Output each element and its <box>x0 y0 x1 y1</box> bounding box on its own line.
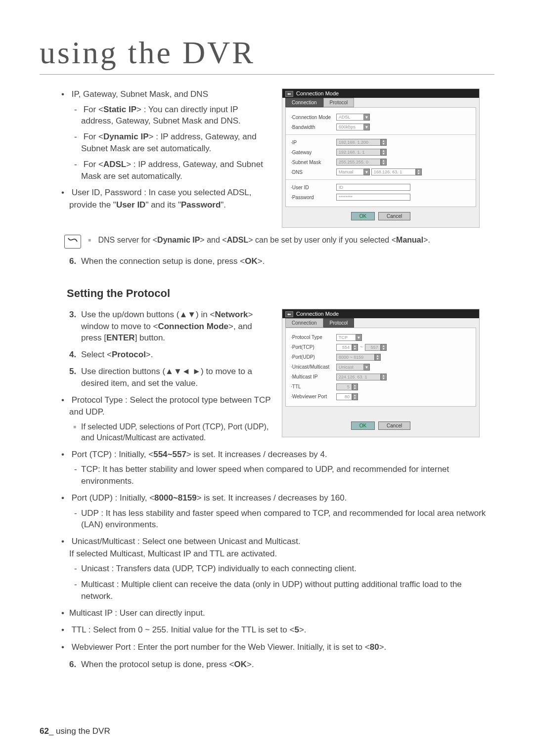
t: ] button. <box>135 333 165 342</box>
n: 4. <box>69 349 76 361</box>
label-connection-mode: Connection Mode <box>291 115 336 120</box>
label-port-udp: Port(UDP) <box>291 354 336 360</box>
spinner-icon[interactable]: ▴▾ <box>381 374 387 380</box>
chevron-down-icon: ▼ <box>356 334 362 341</box>
ip-field[interactable]: 192.168. 1.200 <box>336 139 381 146</box>
t: " and its " <box>145 200 181 210</box>
userid-field[interactable]: ID <box>336 184 410 191</box>
t: When the protocol setup is done, press < <box>81 660 234 669</box>
select-protocol-type[interactable]: TCP▼ <box>336 334 362 341</box>
label-protocol-type: Protocol Type <box>291 335 336 340</box>
t: Port (TCP) : Initially, < <box>72 450 153 459</box>
dns-ip-field[interactable]: 168.126. 63. 1 <box>371 168 416 175</box>
text: IP, Gateway, Subnet Mask, and DNS <box>72 89 208 99</box>
tab-protocol[interactable]: Protocol <box>323 98 355 107</box>
note-icon <box>64 235 81 249</box>
dialog-title: Connection Mode <box>282 89 479 98</box>
t: ENTER <box>106 333 135 342</box>
sub-adsl: For <ADSL> : IP address, Gateway, and Su… <box>81 159 272 182</box>
t: Protocol Type : Select the protocol type… <box>69 395 270 417</box>
step-6-connection: 6. When the connection setup is done, pr… <box>69 255 494 267</box>
tab-protocol[interactable]: Protocol <box>323 318 355 328</box>
port-tcp-from[interactable]: 554 <box>336 344 352 351</box>
label-subnet: Subnet Mask <box>291 160 336 165</box>
cancel-button[interactable]: Cancel <box>378 212 410 220</box>
ok-button[interactable]: OK <box>351 212 375 220</box>
t: >. <box>299 625 307 634</box>
bullet-port-udp: Port (UDP) : Initially, <8000~8159> is s… <box>69 492 494 531</box>
v: Manual <box>336 168 364 175</box>
t: >. <box>247 660 254 669</box>
port-udp-field[interactable]: 8000 ~ 8159 <box>336 354 375 361</box>
t: For < <box>84 105 103 114</box>
spinner-icon[interactable]: ▴▾ <box>381 149 387 156</box>
v: Unicast <box>336 364 364 371</box>
t: > and < <box>200 236 226 244</box>
spinner-icon[interactable]: ▴▾ <box>381 344 387 351</box>
footer-text: _ using the DVR <box>49 726 110 736</box>
step-5: 5. Use direction buttons (▲▼◄ ►) to move… <box>69 366 272 389</box>
label-userid: User ID <box>291 185 336 190</box>
t: Password <box>181 200 221 210</box>
page-footer: 62_ using the DVR <box>40 726 110 736</box>
chevron-down-icon: ▼ <box>364 124 370 130</box>
select-connection-mode[interactable]: ADSL▼ <box>336 114 370 121</box>
cancel-button[interactable]: Cancel <box>378 421 410 430</box>
chevron-down-icon: ▼ <box>364 114 370 121</box>
t: Port (UDP) : Initially, < <box>72 493 154 503</box>
spinner-icon[interactable]: ▴▾ <box>375 354 381 361</box>
spinner-icon[interactable]: ▴▾ <box>416 168 422 175</box>
v: 600kbps <box>336 124 364 130</box>
connection-mode-dialog-2: Connection Mode Connection Protocol Prot… <box>282 309 480 437</box>
ttl-field[interactable]: 5 <box>336 383 352 390</box>
webviewer-port-field[interactable]: 80 <box>336 393 352 400</box>
sub-udp-desc: UDP : It has less stability and faster s… <box>81 507 494 531</box>
v: ADSL <box>336 114 364 121</box>
t: OK <box>245 256 258 266</box>
bullet-multicast-ip: Multicast IP : User can directly input. <box>69 607 494 620</box>
spinner-icon[interactable]: ▴▾ <box>352 383 358 390</box>
page-number: 62 <box>40 726 49 736</box>
t: >. <box>258 256 265 266</box>
t: ". <box>221 200 226 210</box>
ok-button[interactable]: OK <box>351 421 375 430</box>
t: >. <box>379 642 387 652</box>
t: 5 <box>294 625 299 634</box>
t: ~ <box>358 344 365 350</box>
page-title: using the DVR <box>40 35 494 75</box>
multicast-ip-field[interactable]: 224.126. 63. 1 <box>336 374 381 380</box>
select-bandwidth[interactable]: 600kbps▼ <box>336 124 370 130</box>
spinner-icon[interactable]: ▴▾ <box>381 159 387 166</box>
heading-setting-protocol: Setting the Protocol <box>67 287 494 300</box>
t: 80 <box>370 642 379 652</box>
t: For < <box>84 160 103 169</box>
step-6-protocol: 6. When the protocol setup is done, pres… <box>69 659 494 671</box>
sub-multicast: Multicast : Multiple client can receive … <box>81 579 494 602</box>
label-password: Password <box>291 195 336 200</box>
t: Manual <box>396 236 423 244</box>
bullet-userid: User ID, Password : In case you selected… <box>69 187 272 211</box>
subnet-field[interactable]: 255.255.255. 0 <box>336 159 381 166</box>
select-dns-mode[interactable]: Manual▼ <box>336 168 370 175</box>
spinner-icon[interactable]: ▴▾ <box>381 139 387 146</box>
chevron-down-icon: ▼ <box>364 168 370 175</box>
t: Use direction buttons (▲▼◄ ►) to move to… <box>81 367 252 388</box>
port-tcp-to: 557 <box>365 344 381 351</box>
bullet-ip-gw: IP, Gateway, Subnet Mask, and DNS For <S… <box>69 88 272 182</box>
t: > is set. It increases / decreases by 16… <box>197 493 347 503</box>
password-field[interactable]: ******** <box>336 194 410 201</box>
label-ttl: TTL <box>291 384 336 389</box>
sub-udp-activated: If selected UDP, selections of Port (TCP… <box>81 421 272 444</box>
n: 3. <box>69 309 76 321</box>
gateway-field[interactable]: 192.168. 1. 1 <box>336 149 381 156</box>
select-unicast-multicast[interactable]: Unicast▼ <box>336 364 370 371</box>
tab-connection[interactable]: Connection <box>285 318 323 328</box>
label-gateway: Gateway <box>291 150 336 155</box>
t: 554~557 <box>153 450 186 459</box>
tab-connection[interactable]: Connection <box>285 98 323 107</box>
spinner-icon[interactable]: ▴▾ <box>352 344 358 351</box>
n: 5. <box>69 366 76 378</box>
t: Static IP <box>103 105 136 114</box>
spinner-icon[interactable]: ▴▾ <box>352 393 358 400</box>
t: > can be set by user only if you selecte… <box>248 236 396 244</box>
